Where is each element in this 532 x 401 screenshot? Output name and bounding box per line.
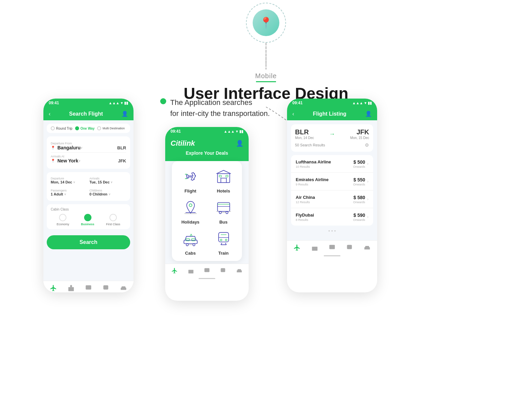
dep-date-chevron: ∨ (73, 180, 75, 184)
airline-item-airchina[interactable]: Air China 12 Results $ 580 Onwards › (291, 190, 373, 208)
departure-date-field[interactable]: Departure Mon, 14 Dec ∨ (51, 175, 87, 185)
bottom-train-icon[interactable] (102, 284, 109, 292)
airline-results-flydubai: 8 Results (296, 218, 314, 222)
route-from-code: BLR (295, 128, 309, 136)
economy-radio (59, 214, 66, 221)
train-deal-icon (214, 229, 234, 249)
price-onwards-emirates: Onwards (353, 183, 365, 186)
multi-dest-label: Multi Destination (102, 127, 125, 130)
bottom-hotel-2[interactable] (188, 267, 194, 274)
profile-icon-1[interactable]: 👤 (121, 111, 128, 117)
holidays-label: Holidays (181, 220, 199, 225)
route-header: BLR Mon, 14 Dec → JFK Mon, 15 Dec 50 Sea… (291, 124, 373, 152)
one-way-label: One Way (80, 127, 94, 130)
arrival-date-value: Tue, 15 Dec (89, 180, 109, 184)
bottom-cab-3[interactable] (363, 244, 371, 251)
bus-deal-icon (214, 197, 234, 218)
status-icons-2: ▲▲▲ ▾ ▮▮ (224, 129, 243, 134)
citilink-logo: Citilink (171, 139, 195, 148)
airline-results-airchina: 12 Results (296, 200, 315, 204)
airline-price-flydubai: $ 590 (353, 213, 365, 218)
arrival-field[interactable]: Arrivals At 📍 New York ∨ JFK (51, 153, 126, 165)
bottom-flight-3[interactable] (293, 244, 301, 251)
svg-point-13 (219, 212, 221, 214)
airline-item-flydubai[interactable]: FlyDubai 8 Results $ 590 Onwards › (291, 208, 373, 226)
departure-field[interactable]: Departure From 📍 Bangaluru ∨ BLR (51, 140, 126, 153)
bottom-cab-icon[interactable] (120, 284, 127, 292)
passengers-field[interactable]: Passengers 1 Adult ∨ (51, 187, 87, 197)
svg-rect-23 (188, 270, 193, 274)
arrival-date-label: Arrivals (89, 177, 126, 180)
departure-date-label: Departure (51, 177, 87, 180)
children-field[interactable]: Childrens 0 Children ∨ (89, 187, 126, 197)
one-way-radio (75, 126, 79, 130)
screen-citilink-home: 09:41 ▲▲▲ ▾ ▮▮ Citilink 👤 Explore Your D… (165, 127, 249, 301)
train-label: Train (218, 251, 229, 256)
route-arrow: → (329, 131, 335, 138)
first-class-option[interactable]: First Class (106, 214, 120, 226)
svg-point-6 (121, 288, 122, 289)
deal-cabs[interactable]: Cabs (176, 229, 205, 256)
bottom-cab-2[interactable] (236, 267, 243, 274)
profile-icon-2[interactable]: 👤 (236, 140, 243, 147)
cabin-class-label: Cabin Class (51, 208, 126, 211)
chevron-airchina: › (367, 197, 368, 202)
bottom-hotel-icon[interactable] (67, 284, 75, 292)
bottom-bus-3[interactable] (328, 244, 336, 251)
departure-date-value: Mon, 14 Dec (51, 180, 72, 184)
children-chevron: ∨ (108, 192, 111, 196)
airline-name-emirates: Emirates Airline (296, 177, 329, 182)
status-time-3: 09:41 (292, 101, 303, 105)
filter-icon[interactable]: ⚙ (365, 142, 369, 148)
title-underline (256, 81, 276, 82)
economy-option[interactable]: Economy (57, 214, 69, 226)
airline-item-lufthansa[interactable]: Lufthansa Airline 10 Results $ 500 Onwar… (291, 155, 373, 173)
one-way-option[interactable]: One Way (75, 126, 94, 130)
deal-bus[interactable]: Bus (209, 197, 238, 225)
arrival-date-field[interactable]: Arrivals Tue, 15 Dec ∨ (89, 175, 126, 185)
route-from-date: Mon, 14 Dec (295, 136, 314, 140)
round-trip-option[interactable]: Round Trip (51, 126, 72, 130)
deal-flight[interactable]: Flight (176, 166, 205, 193)
bottom-train-2[interactable] (220, 267, 226, 274)
deal-train[interactable]: Train (209, 229, 238, 256)
profile-icon-3[interactable]: 👤 (365, 111, 372, 117)
arrival-label: Arrivals At (51, 155, 126, 158)
svg-point-17 (193, 244, 195, 246)
passengers-value: 1 Adult (51, 192, 63, 196)
chevron-lufthansa: › (367, 161, 368, 166)
multi-dest-option[interactable]: Multi Destination (97, 126, 125, 130)
pin-circle-inner: 📍 (253, 9, 279, 36)
svg-point-5 (107, 288, 108, 289)
airline-name-airchina: Air China (296, 195, 315, 200)
deal-hotels[interactable]: Hotels (209, 166, 238, 193)
status-icons-1: ▲▲▲ ▾ ▮▮ (108, 101, 128, 105)
business-label: Business (81, 223, 94, 226)
deal-holidays[interactable]: Holidays (176, 197, 205, 225)
cabs-label: Cabs (185, 251, 196, 256)
bottom-hotel-3[interactable] (311, 244, 318, 251)
wifi-icon-2: ▾ (236, 129, 238, 134)
svg-point-14 (226, 212, 228, 214)
dashed-connector-line (266, 43, 266, 70)
back-icon-1[interactable]: ‹ (49, 111, 50, 117)
price-onwards-lufthansa: Onwards (353, 165, 365, 168)
airline-item-emirates[interactable]: Emirates Airline 9 Results $ 550 Onwards… (291, 173, 373, 190)
economy-label: Economy (57, 223, 69, 226)
bottom-flight-icon[interactable] (50, 284, 57, 292)
bottom-bus-icon[interactable] (85, 284, 92, 292)
svg-rect-26 (312, 247, 317, 251)
business-option[interactable]: Business (81, 214, 94, 226)
bottom-bus-2[interactable] (204, 267, 210, 274)
svg-rect-10 (226, 175, 228, 177)
hotels-deal-icon (214, 166, 234, 186)
search-button[interactable]: Search (47, 235, 130, 249)
bottom-train-3[interactable] (346, 244, 353, 251)
status-time-1: 09:41 (49, 101, 59, 105)
citilink-header: Citilink 👤 Explore Your Deals (165, 136, 249, 161)
arr-date-chevron: ∨ (110, 180, 113, 184)
status-bar-2: 09:41 ▲▲▲ ▾ ▮▮ (165, 127, 249, 136)
passengers-label: Passengers (51, 189, 87, 192)
bottom-flight-2[interactable] (171, 267, 178, 274)
back-icon-3[interactable]: ‹ (292, 111, 294, 117)
